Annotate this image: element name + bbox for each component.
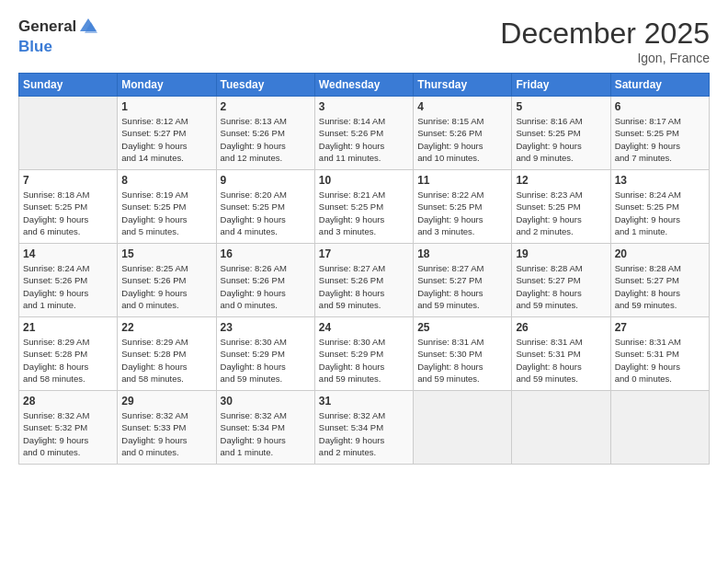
day-number: 31 bbox=[319, 395, 409, 408]
day-info: Sunrise: 8:25 AM Sunset: 5:26 PM Dayligh… bbox=[121, 262, 211, 311]
day-info: Sunrise: 8:32 AM Sunset: 5:34 PM Dayligh… bbox=[221, 409, 311, 458]
day-number: 10 bbox=[319, 174, 409, 187]
day-info: Sunrise: 8:22 AM Sunset: 5:25 PM Dayligh… bbox=[417, 189, 507, 237]
day-info: Sunrise: 8:16 AM Sunset: 5:25 PM Dayligh… bbox=[516, 115, 606, 164]
day-info: Sunrise: 8:24 AM Sunset: 5:25 PM Dayligh… bbox=[615, 189, 705, 237]
calendar-cell: 17Sunrise: 8:27 AM Sunset: 5:26 PM Dayli… bbox=[314, 244, 413, 317]
day-number: 8 bbox=[121, 174, 211, 187]
calendar-cell: 31Sunrise: 8:32 AM Sunset: 5:34 PM Dayli… bbox=[314, 391, 413, 465]
calendar-title: December 2025 bbox=[500, 17, 710, 51]
day-info: Sunrise: 8:13 AM Sunset: 5:26 PM Dayligh… bbox=[221, 115, 311, 164]
calendar-location: Igon, France bbox=[500, 51, 710, 65]
calendar-cell: 22Sunrise: 8:29 AM Sunset: 5:28 PM Dayli… bbox=[118, 317, 216, 391]
day-info: Sunrise: 8:12 AM Sunset: 5:27 PM Dayligh… bbox=[121, 115, 211, 164]
day-number: 25 bbox=[417, 321, 507, 334]
calendar-cell bbox=[610, 391, 709, 465]
logo-icon bbox=[78, 17, 98, 35]
calendar-cell: 10Sunrise: 8:21 AM Sunset: 5:25 PM Dayli… bbox=[314, 170, 413, 244]
calendar-cell: 2Sunrise: 8:13 AM Sunset: 5:26 PM Daylig… bbox=[216, 97, 314, 170]
calendar-cell: 29Sunrise: 8:32 AM Sunset: 5:33 PM Dayli… bbox=[118, 391, 216, 465]
day-number: 20 bbox=[615, 247, 705, 260]
day-number: 17 bbox=[319, 247, 409, 260]
day-info: Sunrise: 8:32 AM Sunset: 5:32 PM Dayligh… bbox=[23, 409, 113, 458]
day-number: 3 bbox=[319, 100, 409, 113]
day-headers-row: SundayMondayTuesdayWednesdayThursdayFrid… bbox=[19, 74, 710, 97]
day-number: 9 bbox=[221, 174, 311, 187]
day-header-sunday: Sunday bbox=[19, 74, 118, 97]
calendar-body: 1Sunrise: 8:12 AM Sunset: 5:27 PM Daylig… bbox=[19, 97, 710, 465]
calendar-cell: 26Sunrise: 8:31 AM Sunset: 5:31 PM Dayli… bbox=[512, 317, 610, 391]
day-number: 29 bbox=[121, 395, 211, 408]
day-number: 13 bbox=[615, 174, 705, 187]
calendar-cell: 21Sunrise: 8:29 AM Sunset: 5:28 PM Dayli… bbox=[19, 317, 118, 391]
calendar-cell: 20Sunrise: 8:28 AM Sunset: 5:27 PM Dayli… bbox=[610, 244, 709, 317]
calendar-cell: 6Sunrise: 8:17 AM Sunset: 5:25 PM Daylig… bbox=[610, 97, 709, 170]
day-number: 15 bbox=[121, 247, 211, 260]
day-info: Sunrise: 8:30 AM Sunset: 5:29 PM Dayligh… bbox=[319, 336, 409, 385]
day-info: Sunrise: 8:27 AM Sunset: 5:27 PM Dayligh… bbox=[417, 262, 507, 311]
day-info: Sunrise: 8:32 AM Sunset: 5:34 PM Dayligh… bbox=[319, 409, 409, 458]
calendar-cell: 25Sunrise: 8:31 AM Sunset: 5:30 PM Dayli… bbox=[414, 317, 512, 391]
day-number: 7 bbox=[23, 174, 113, 187]
calendar-cell: 18Sunrise: 8:27 AM Sunset: 5:27 PM Dayli… bbox=[414, 244, 512, 317]
day-info: Sunrise: 8:18 AM Sunset: 5:25 PM Dayligh… bbox=[23, 189, 113, 237]
day-number: 21 bbox=[23, 321, 113, 334]
day-number: 2 bbox=[221, 100, 311, 113]
day-number: 4 bbox=[417, 100, 507, 113]
calendar-cell bbox=[512, 391, 610, 465]
calendar-header: SundayMondayTuesdayWednesdayThursdayFrid… bbox=[19, 74, 710, 97]
day-number: 19 bbox=[516, 247, 606, 260]
day-header-thursday: Thursday bbox=[414, 74, 512, 97]
logo: General Blue bbox=[18, 17, 98, 56]
day-header-saturday: Saturday bbox=[610, 74, 709, 97]
day-number: 22 bbox=[121, 321, 211, 334]
day-header-wednesday: Wednesday bbox=[314, 74, 413, 97]
week-row-5: 28Sunrise: 8:32 AM Sunset: 5:32 PM Dayli… bbox=[19, 391, 710, 465]
week-row-4: 21Sunrise: 8:29 AM Sunset: 5:28 PM Dayli… bbox=[19, 317, 710, 391]
calendar-cell: 28Sunrise: 8:32 AM Sunset: 5:32 PM Dayli… bbox=[19, 391, 118, 465]
day-number: 1 bbox=[121, 100, 211, 113]
day-info: Sunrise: 8:23 AM Sunset: 5:25 PM Dayligh… bbox=[516, 189, 606, 237]
calendar-cell: 5Sunrise: 8:16 AM Sunset: 5:25 PM Daylig… bbox=[512, 97, 610, 170]
day-number: 16 bbox=[221, 247, 311, 260]
day-info: Sunrise: 8:30 AM Sunset: 5:29 PM Dayligh… bbox=[221, 336, 311, 385]
calendar-cell: 23Sunrise: 8:30 AM Sunset: 5:29 PM Dayli… bbox=[216, 317, 314, 391]
day-header-tuesday: Tuesday bbox=[216, 74, 314, 97]
calendar-cell: 16Sunrise: 8:26 AM Sunset: 5:26 PM Dayli… bbox=[216, 244, 314, 317]
week-row-2: 7Sunrise: 8:18 AM Sunset: 5:25 PM Daylig… bbox=[19, 170, 710, 244]
day-number: 26 bbox=[516, 321, 606, 334]
day-number: 14 bbox=[23, 247, 113, 260]
day-info: Sunrise: 8:17 AM Sunset: 5:25 PM Dayligh… bbox=[615, 115, 705, 164]
day-info: Sunrise: 8:31 AM Sunset: 5:31 PM Dayligh… bbox=[516, 336, 606, 385]
calendar-cell: 4Sunrise: 8:15 AM Sunset: 5:26 PM Daylig… bbox=[414, 97, 512, 170]
calendar-cell: 27Sunrise: 8:31 AM Sunset: 5:31 PM Dayli… bbox=[610, 317, 709, 391]
logo-general: General bbox=[18, 17, 98, 39]
day-number: 18 bbox=[417, 247, 507, 260]
calendar-cell: 1Sunrise: 8:12 AM Sunset: 5:27 PM Daylig… bbox=[118, 97, 216, 170]
calendar-cell: 8Sunrise: 8:19 AM Sunset: 5:25 PM Daylig… bbox=[118, 170, 216, 244]
day-info: Sunrise: 8:14 AM Sunset: 5:26 PM Dayligh… bbox=[319, 115, 409, 164]
calendar-cell bbox=[19, 97, 118, 170]
calendar-cell: 14Sunrise: 8:24 AM Sunset: 5:26 PM Dayli… bbox=[19, 244, 118, 317]
day-header-friday: Friday bbox=[512, 74, 610, 97]
calendar-cell: 11Sunrise: 8:22 AM Sunset: 5:25 PM Dayli… bbox=[414, 170, 512, 244]
day-number: 12 bbox=[516, 174, 606, 187]
logo-blue: Blue bbox=[18, 39, 98, 56]
calendar-cell: 12Sunrise: 8:23 AM Sunset: 5:25 PM Dayli… bbox=[512, 170, 610, 244]
day-number: 6 bbox=[615, 100, 705, 113]
day-info: Sunrise: 8:29 AM Sunset: 5:28 PM Dayligh… bbox=[23, 336, 113, 385]
day-info: Sunrise: 8:32 AM Sunset: 5:33 PM Dayligh… bbox=[121, 409, 211, 458]
calendar-cell bbox=[414, 391, 512, 465]
day-info: Sunrise: 8:26 AM Sunset: 5:26 PM Dayligh… bbox=[221, 262, 311, 311]
header: General Blue December 2025 Igon, France bbox=[18, 17, 710, 65]
week-row-3: 14Sunrise: 8:24 AM Sunset: 5:26 PM Dayli… bbox=[19, 244, 710, 317]
day-info: Sunrise: 8:29 AM Sunset: 5:28 PM Dayligh… bbox=[121, 336, 211, 385]
day-info: Sunrise: 8:19 AM Sunset: 5:25 PM Dayligh… bbox=[121, 189, 211, 237]
calendar-cell: 13Sunrise: 8:24 AM Sunset: 5:25 PM Dayli… bbox=[610, 170, 709, 244]
day-info: Sunrise: 8:21 AM Sunset: 5:25 PM Dayligh… bbox=[319, 189, 409, 237]
calendar-cell: 3Sunrise: 8:14 AM Sunset: 5:26 PM Daylig… bbox=[314, 97, 413, 170]
day-number: 11 bbox=[417, 174, 507, 187]
calendar-cell: 15Sunrise: 8:25 AM Sunset: 5:26 PM Dayli… bbox=[118, 244, 216, 317]
day-info: Sunrise: 8:27 AM Sunset: 5:26 PM Dayligh… bbox=[319, 262, 409, 311]
calendar-cell: 9Sunrise: 8:20 AM Sunset: 5:25 PM Daylig… bbox=[216, 170, 314, 244]
